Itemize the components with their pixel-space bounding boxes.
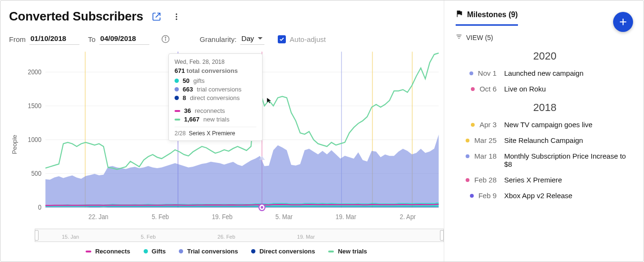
- milestone-date: Feb 28: [474, 176, 497, 184]
- y-axis-title: People: [9, 121, 18, 154]
- tooltip-row: 36reconnects: [175, 107, 256, 114]
- tab-milestones[interactable]: Milestones (9): [456, 7, 518, 26]
- milestone-dot: [466, 178, 469, 182]
- milestone-dot: [471, 123, 475, 127]
- milestone-item[interactable]: Nov 1Launched new campaign: [456, 65, 634, 81]
- milestone-date: Mar 25: [474, 136, 497, 144]
- milestone-dot: [469, 71, 473, 75]
- tooltip-row: 50gifts: [175, 77, 256, 84]
- legend-item[interactable]: Trial conversions: [179, 248, 238, 255]
- svg-point-2: [176, 18, 177, 20]
- tooltip-annot-date: 2/28: [175, 130, 185, 137]
- legend-item[interactable]: Direct conversions: [251, 248, 315, 255]
- svg-text:19. Feb: 19. Feb: [212, 213, 232, 221]
- to-label: To: [88, 35, 96, 43]
- svg-text:500: 500: [31, 170, 41, 177]
- view-filter[interactable]: VIEW (5): [456, 33, 634, 41]
- flag-icon: [456, 10, 463, 20]
- from-date-input[interactable]: 01/10/2018: [29, 33, 79, 45]
- svg-text:0: 0: [38, 203, 41, 211]
- milestone-year-header: 2020: [456, 50, 634, 62]
- milestone-date: Feb 9: [478, 191, 497, 200]
- milestone-title: Site Relaunch Campaign: [504, 136, 634, 144]
- milestone-item[interactable]: Feb 9Xbox App v2 Release: [456, 188, 634, 203]
- svg-point-5: [165, 37, 166, 38]
- milestone-year-header: 2018: [456, 101, 634, 114]
- svg-text:19. Mar: 19. Mar: [336, 213, 357, 221]
- chart-tooltip: Wed, Feb. 28, 2018 671 total conversions…: [168, 53, 263, 141]
- brush-tick: 19. Mar: [297, 234, 315, 240]
- milestone-dot: [466, 154, 469, 158]
- svg-point-1: [176, 16, 177, 17]
- chart-canvas[interactable]: 050010001500200022. Jan5. Feb19. Feb5. M…: [18, 50, 444, 225]
- tooltip-total-label: total conversions: [186, 67, 238, 74]
- brush-tick: 5. Feb: [141, 234, 156, 240]
- milestone-item[interactable]: Oct 6Live on Roku: [456, 81, 634, 97]
- chart-legend: ReconnectsGiftsTrial conversionsDirect c…: [9, 244, 444, 256]
- info-icon[interactable]: [159, 32, 172, 46]
- svg-point-29: [261, 206, 263, 209]
- svg-point-0: [176, 13, 177, 15]
- view-filter-label: VIEW (5): [466, 34, 493, 41]
- tab-milestones-label: Milestones (9): [467, 10, 518, 19]
- milestone-date: Nov 1: [478, 69, 497, 77]
- milestone-item[interactable]: Mar 18Monthly Subscription Price Increas…: [456, 148, 634, 172]
- auto-adjust-checkbox[interactable]: [278, 35, 286, 43]
- svg-text:5. Feb: 5. Feb: [152, 213, 169, 221]
- svg-text:2000: 2000: [28, 68, 41, 76]
- milestone-title: Live on Roku: [504, 85, 634, 93]
- milestone-item[interactable]: Apr 3New TV campaign goes live: [456, 117, 634, 132]
- tooltip-total-value: 671: [175, 67, 185, 74]
- tooltip-row: 1,667new trials: [175, 116, 256, 123]
- svg-text:1500: 1500: [28, 102, 41, 110]
- open-external-icon[interactable]: [150, 10, 163, 23]
- milestone-title: Monthly Subscription Price Increase to $…: [504, 152, 634, 168]
- milestone-date: Apr 3: [479, 121, 497, 129]
- more-options-icon[interactable]: [170, 10, 183, 23]
- granularity-label: Granularity:: [200, 35, 237, 43]
- tooltip-date: Wed, Feb. 28, 2018: [175, 59, 256, 65]
- brush-tick: 15. Jan: [62, 234, 79, 240]
- svg-text:22. Jan: 22. Jan: [88, 213, 108, 221]
- milestone-title: Series X Premiere: [504, 176, 634, 184]
- svg-text:2. Apr: 2. Apr: [400, 213, 416, 221]
- milestone-item[interactable]: Feb 28Series X Premiere: [456, 172, 634, 188]
- milestone-dot: [471, 87, 475, 91]
- milestone-item[interactable]: Mar 25Site Relaunch Campaign: [456, 132, 634, 148]
- milestone-list[interactable]: 2020Nov 1Launched new campaignOct 6Live …: [456, 45, 634, 226]
- granularity-select[interactable]: Day: [240, 33, 264, 45]
- svg-text:1000: 1000: [28, 136, 41, 143]
- from-label: From: [9, 35, 26, 43]
- tooltip-row: 8direct conversions: [175, 94, 256, 101]
- milestone-title: Launched new campaign: [504, 69, 634, 77]
- legend-item[interactable]: New trials: [328, 248, 367, 255]
- filter-icon: [456, 33, 462, 41]
- timeline-brush[interactable]: 15. Jan5. Feb26. Feb19. Mar: [35, 229, 444, 242]
- milestone-date: Oct 6: [479, 85, 497, 93]
- svg-text:5. Mar: 5. Mar: [275, 213, 293, 221]
- milestone-dot: [470, 194, 474, 198]
- tooltip-row: 663trial conversions: [175, 86, 256, 93]
- add-milestone-button[interactable]: [613, 12, 633, 32]
- milestone-title: Xbox App v2 Release: [504, 191, 634, 200]
- brush-tick: 26. Feb: [217, 234, 235, 240]
- to-date-input[interactable]: 04/09/2018: [99, 33, 149, 45]
- page-title: Converted Subscribers: [9, 9, 143, 24]
- milestone-date: Mar 18: [474, 152, 497, 160]
- milestone-title: New TV campaign goes live: [504, 121, 634, 129]
- milestone-dot: [466, 139, 469, 142]
- legend-item[interactable]: Reconnects: [86, 248, 130, 255]
- tooltip-annot-title: Series X Premiere: [189, 130, 235, 137]
- auto-adjust-label: Auto-adjust: [290, 35, 326, 43]
- legend-item[interactable]: Gifts: [144, 248, 166, 255]
